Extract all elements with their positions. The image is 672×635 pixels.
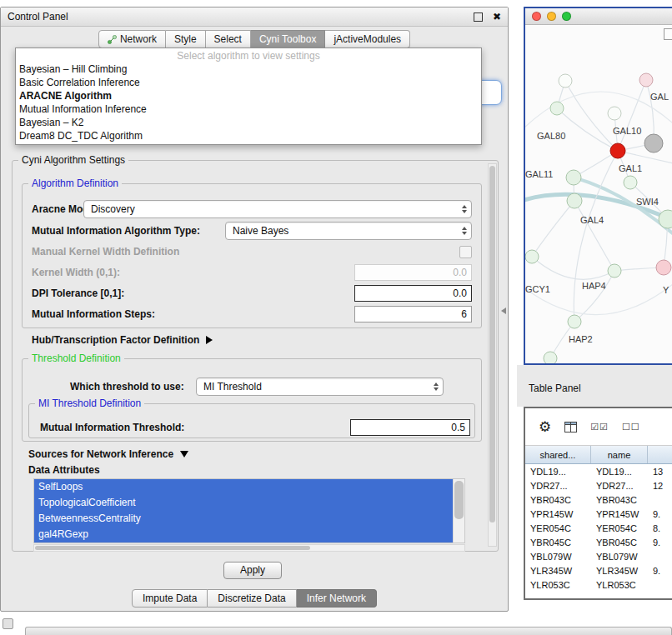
table-row[interactable]: YBR043CYBR043C	[525, 492, 672, 507]
table-cell: YPR145W	[591, 507, 648, 521]
column-header-extra[interactable]	[648, 446, 672, 463]
attribute-selfloops[interactable]: SelfLoops	[34, 479, 454, 495]
table-cell: YBL079W	[525, 549, 591, 563]
algorithm-option-aracne-algorithm[interactable]: ARACNE Algorithm	[16, 89, 481, 102]
attributes-hscrollbar[interactable]	[33, 544, 465, 552]
expanded-arrow-icon	[180, 451, 188, 458]
mi-algorithm-type-value: Naive Bayes	[233, 225, 462, 237]
table-row[interactable]: YLR053CYLR053C	[525, 578, 672, 592]
node-label-gal80: GAL80	[537, 131, 565, 141]
sources-disclosure[interactable]: Sources for Network Inference	[28, 447, 188, 462]
column-header-name[interactable]: name	[591, 446, 648, 463]
network-canvas[interactable]: GALGAL80GAL10GAL11GAL1SWI4GAL4GCY1HAP4HA…	[525, 25, 672, 364]
apply-button[interactable]: Apply	[223, 562, 282, 579]
attribute-topologicalcoefficient[interactable]: TopologicalCoefficient	[34, 495, 454, 511]
settings-scrollbar[interactable]	[488, 163, 497, 547]
mi-threshold-field[interactable]: 0.5	[350, 419, 470, 436]
table-row[interactable]: YER054CYER054C8.	[525, 521, 672, 535]
attribute-betweennesscentrality[interactable]: BetweennessCentrality	[34, 511, 454, 527]
collapsed-arrow-icon	[206, 336, 213, 344]
scrollbar-thumb[interactable]	[35, 546, 310, 550]
network-node[interactable]	[624, 176, 637, 189]
network-node[interactable]	[550, 102, 564, 115]
mi-algorithm-type-select[interactable]: Naive Bayes	[225, 222, 472, 240]
network-node[interactable]	[525, 250, 539, 263]
control-panel-tabbar: NetworkStyleSelectCyni ToolboxjActiveMod…	[0, 30, 509, 48]
table-cell: 8.	[648, 521, 672, 535]
table-row[interactable]: YDR27...YDR27...12	[525, 478, 672, 492]
manual-kernel-width-checkbox[interactable]	[459, 246, 472, 258]
hub-definition-disclosure[interactable]: Hub/Transcription Factor Definition	[32, 332, 213, 348]
network-node[interactable]	[639, 73, 653, 87]
network-node[interactable]	[610, 143, 625, 158]
table-row[interactable]: YLR345WYLR345W9.	[525, 563, 672, 578]
traffic-light-yellow[interactable]	[547, 12, 556, 21]
bottom-window-edge[interactable]	[25, 627, 672, 635]
data-attributes-list[interactable]: SelfLoopsTopologicalCoefficientBetweenne…	[33, 478, 465, 543]
table-cell: YLR053C	[525, 578, 591, 592]
aracne-mode-select[interactable]: Discovery	[83, 200, 472, 218]
mi-threshold-label: Mutual Information Threshold:	[40, 419, 184, 436]
network-edge	[532, 201, 574, 257]
gear-icon[interactable]: ⚙	[539, 420, 551, 434]
table-cell: YLR345W	[591, 563, 648, 578]
tab-network[interactable]: Network	[98, 30, 166, 48]
column-header-shared[interactable]: shared...	[525, 446, 591, 463]
table-row[interactable]: YBR045CYBR045C9.	[525, 535, 672, 549]
threshold-definition-title: Threshold Definition	[28, 352, 124, 364]
algorithm-option-bayesian-hill-climbing[interactable]: Bayesian – Hill Climbing	[16, 62, 481, 76]
tab-cyni-toolbox[interactable]: Cyni Toolbox	[251, 30, 325, 48]
tab-select[interactable]: Select	[206, 30, 251, 48]
table-row[interactable]: YDL19...YDL19...13	[525, 464, 672, 478]
algorithm-option-basic-correlation-inference[interactable]: Basic Correlation Inference	[16, 76, 481, 89]
bottom-tab-infer-network[interactable]: Infer Network	[297, 589, 377, 608]
kernel-width-label: Kernel Width (0,1):	[32, 264, 120, 281]
bottom-tab-impute-data[interactable]: Impute Data	[132, 589, 208, 608]
traffic-light-red[interactable]	[532, 12, 541, 21]
network-edge	[574, 201, 614, 271]
scrollbar-thumb[interactable]	[454, 481, 464, 519]
tab-label: Style	[174, 33, 197, 45]
network-node[interactable]	[566, 170, 581, 185]
network-node[interactable]	[608, 264, 621, 278]
algorithm-option-dream8-dc-tdc-algorithm[interactable]: Dream8 DC_TDC Algorithm	[16, 129, 481, 142]
columns-icon[interactable]	[564, 422, 577, 432]
desktop: Control Panel ✖ NetworkStyleSelectCyni T…	[0, 0, 672, 635]
kernel-width-field[interactable]: 0.0	[354, 264, 472, 281]
tab-jactivemodules[interactable]: jActiveModules	[325, 30, 410, 48]
network-node[interactable]	[568, 315, 581, 328]
network-node[interactable]	[656, 260, 671, 275]
scrollbar-thumb[interactable]	[489, 166, 495, 522]
algorithm-option-mutual-information-inference[interactable]: Mutual Information Inference	[16, 102, 481, 116]
which-threshold-select[interactable]: MI Threshold	[196, 378, 444, 396]
attributes-scrollbar[interactable]	[453, 479, 464, 542]
panel-divider-arrow[interactable]	[501, 308, 506, 314]
network-node[interactable]	[644, 134, 663, 152]
attribute-gal4rgexp[interactable]: gal4RGexp	[34, 527, 454, 542]
traffic-light-green[interactable]	[562, 12, 571, 21]
node-label-hap2: HAP2	[569, 334, 593, 344]
mi-steps-field[interactable]: 6	[354, 306, 472, 322]
bottom-tab-discretize-data[interactable]: Discretize Data	[208, 589, 296, 608]
network-node[interactable]	[567, 193, 582, 208]
network-node[interactable]	[559, 74, 572, 88]
select-all-icon[interactable]: ☑☑	[590, 422, 609, 432]
close-icon[interactable]: ✖	[493, 12, 501, 22]
table-cell: YLR053C	[591, 578, 648, 592]
tab-style[interactable]: Style	[166, 30, 206, 48]
table-cell: YDR27...	[525, 478, 591, 492]
deselect-all-icon[interactable]: ☐☐	[622, 422, 640, 432]
cyni-settings-group-title: Cyni Algorithm Settings	[18, 154, 128, 166]
network-node[interactable]	[608, 107, 621, 120]
network-node[interactable]	[544, 352, 557, 364]
view-corner-box[interactable]	[664, 28, 672, 40]
float-window-icon[interactable]	[474, 12, 483, 22]
dpi-tolerance-field[interactable]: 0.0	[354, 285, 472, 302]
table-row[interactable]: YPR145WYPR145W9.	[525, 507, 672, 521]
algorithm-option-bayesian-k2[interactable]: Bayesian – K2	[16, 116, 481, 129]
network-view-window: GALGAL80GAL10GAL11GAL1SWI4GAL4GCY1HAP4HA…	[524, 7, 672, 365]
taskbar-mini-icon[interactable]	[3, 618, 13, 629]
table-panel-window: ⚙ ☑☑ ☐☐ shared...name YDL19...YDL19...13…	[524, 407, 672, 600]
table-cell: 9.	[648, 535, 672, 549]
table-row[interactable]: YBL079WYBL079W	[525, 549, 672, 563]
